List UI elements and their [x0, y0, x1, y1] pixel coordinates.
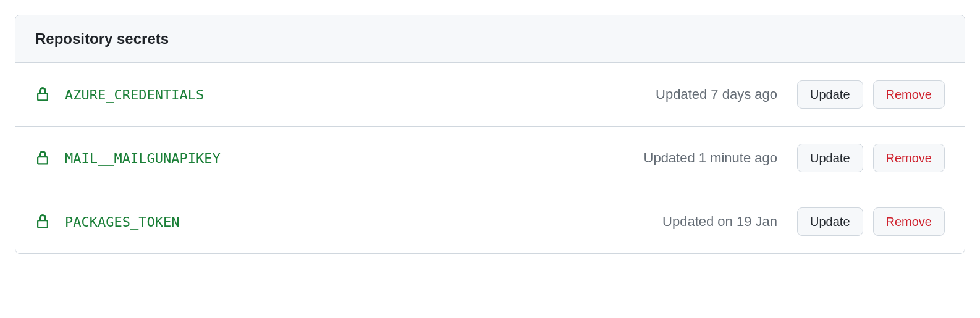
- secret-updated: Updated 7 days ago: [656, 86, 777, 103]
- update-button[interactable]: Update: [797, 144, 863, 172]
- secret-row: MAIL__MAILGUNAPIKEY Updated 1 minute ago…: [15, 127, 965, 190]
- secret-actions: Update Remove: [797, 207, 945, 236]
- secret-updated: Updated 1 minute ago: [644, 150, 778, 166]
- panel-title: Repository secrets: [35, 30, 945, 48]
- lock-icon: [35, 213, 50, 230]
- repository-secrets-panel: Repository secrets AZURE_CREDENTIALS Upd…: [15, 15, 965, 254]
- secret-name: MAIL__MAILGUNAPIKEY: [65, 151, 629, 166]
- lock-icon: [35, 149, 50, 167]
- remove-button[interactable]: Remove: [873, 80, 945, 109]
- secret-name: PACKAGES_TOKEN: [65, 214, 648, 230]
- secret-row: AZURE_CREDENTIALS Updated 7 days ago Upd…: [15, 63, 965, 127]
- panel-header: Repository secrets: [15, 15, 965, 63]
- secret-row: PACKAGES_TOKEN Updated on 19 Jan Update …: [15, 190, 965, 253]
- secret-updated: Updated on 19 Jan: [662, 214, 777, 230]
- remove-button[interactable]: Remove: [873, 207, 945, 236]
- lock-icon: [35, 86, 50, 103]
- secret-name: AZURE_CREDENTIALS: [65, 87, 641, 103]
- secret-actions: Update Remove: [797, 80, 945, 109]
- secret-actions: Update Remove: [797, 144, 945, 172]
- remove-button[interactable]: Remove: [873, 144, 945, 172]
- update-button[interactable]: Update: [797, 207, 863, 236]
- update-button[interactable]: Update: [797, 80, 863, 109]
